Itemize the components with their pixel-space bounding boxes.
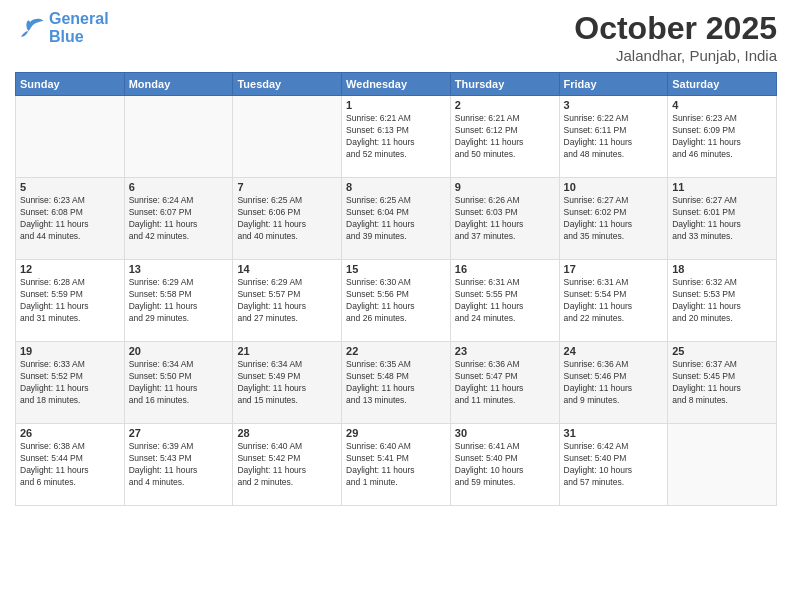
day-info: Sunrise: 6:36 AMSunset: 5:46 PMDaylight:… [564,359,664,407]
table-row: 14Sunrise: 6:29 AMSunset: 5:57 PMDayligh… [233,260,342,342]
col-monday: Monday [124,73,233,96]
day-info: Sunrise: 6:28 AMSunset: 5:59 PMDaylight:… [20,277,120,325]
day-number: 15 [346,263,446,275]
table-row: 30Sunrise: 6:41 AMSunset: 5:40 PMDayligh… [450,424,559,506]
day-info: Sunrise: 6:27 AMSunset: 6:01 PMDaylight:… [672,195,772,243]
col-friday: Friday [559,73,668,96]
table-row: 11Sunrise: 6:27 AMSunset: 6:01 PMDayligh… [668,178,777,260]
day-info: Sunrise: 6:31 AMSunset: 5:54 PMDaylight:… [564,277,664,325]
day-number: 13 [129,263,229,275]
table-row: 18Sunrise: 6:32 AMSunset: 5:53 PMDayligh… [668,260,777,342]
day-number: 28 [237,427,337,439]
table-row [668,424,777,506]
day-number: 8 [346,181,446,193]
table-row: 19Sunrise: 6:33 AMSunset: 5:52 PMDayligh… [16,342,125,424]
table-row: 6Sunrise: 6:24 AMSunset: 6:07 PMDaylight… [124,178,233,260]
day-info: Sunrise: 6:33 AMSunset: 5:52 PMDaylight:… [20,359,120,407]
day-number: 23 [455,345,555,357]
day-info: Sunrise: 6:21 AMSunset: 6:13 PMDaylight:… [346,113,446,161]
table-row: 17Sunrise: 6:31 AMSunset: 5:54 PMDayligh… [559,260,668,342]
day-number: 27 [129,427,229,439]
calendar-week-row: 12Sunrise: 6:28 AMSunset: 5:59 PMDayligh… [16,260,777,342]
day-number: 18 [672,263,772,275]
day-info: Sunrise: 6:36 AMSunset: 5:47 PMDaylight:… [455,359,555,407]
day-number: 3 [564,99,664,111]
calendar-subtitle: Jalandhar, Punjab, India [574,47,777,64]
day-info: Sunrise: 6:27 AMSunset: 6:02 PMDaylight:… [564,195,664,243]
day-info: Sunrise: 6:29 AMSunset: 5:58 PMDaylight:… [129,277,229,325]
day-info: Sunrise: 6:32 AMSunset: 5:53 PMDaylight:… [672,277,772,325]
day-number: 20 [129,345,229,357]
table-row: 9Sunrise: 6:26 AMSunset: 6:03 PMDaylight… [450,178,559,260]
day-info: Sunrise: 6:25 AMSunset: 6:04 PMDaylight:… [346,195,446,243]
day-number: 4 [672,99,772,111]
col-saturday: Saturday [668,73,777,96]
table-row [124,96,233,178]
table-row: 27Sunrise: 6:39 AMSunset: 5:43 PMDayligh… [124,424,233,506]
calendar-week-row: 19Sunrise: 6:33 AMSunset: 5:52 PMDayligh… [16,342,777,424]
table-row: 22Sunrise: 6:35 AMSunset: 5:48 PMDayligh… [342,342,451,424]
table-row: 31Sunrise: 6:42 AMSunset: 5:40 PMDayligh… [559,424,668,506]
table-row: 3Sunrise: 6:22 AMSunset: 6:11 PMDaylight… [559,96,668,178]
day-info: Sunrise: 6:41 AMSunset: 5:40 PMDaylight:… [455,441,555,489]
day-info: Sunrise: 6:21 AMSunset: 6:12 PMDaylight:… [455,113,555,161]
day-number: 19 [20,345,120,357]
day-number: 30 [455,427,555,439]
day-number: 14 [237,263,337,275]
day-number: 31 [564,427,664,439]
day-number: 26 [20,427,120,439]
col-sunday: Sunday [16,73,125,96]
table-row: 25Sunrise: 6:37 AMSunset: 5:45 PMDayligh… [668,342,777,424]
calendar-title: October 2025 [574,10,777,47]
day-info: Sunrise: 6:31 AMSunset: 5:55 PMDaylight:… [455,277,555,325]
day-number: 16 [455,263,555,275]
table-row: 21Sunrise: 6:34 AMSunset: 5:49 PMDayligh… [233,342,342,424]
table-row: 10Sunrise: 6:27 AMSunset: 6:02 PMDayligh… [559,178,668,260]
table-row [233,96,342,178]
day-number: 1 [346,99,446,111]
table-row: 28Sunrise: 6:40 AMSunset: 5:42 PMDayligh… [233,424,342,506]
table-row: 23Sunrise: 6:36 AMSunset: 5:47 PMDayligh… [450,342,559,424]
day-number: 2 [455,99,555,111]
day-info: Sunrise: 6:24 AMSunset: 6:07 PMDaylight:… [129,195,229,243]
table-row: 2Sunrise: 6:21 AMSunset: 6:12 PMDaylight… [450,96,559,178]
header-row: Sunday Monday Tuesday Wednesday Thursday… [16,73,777,96]
title-block: October 2025 Jalandhar, Punjab, India [574,10,777,64]
logo: General Blue [15,10,109,45]
table-row: 1Sunrise: 6:21 AMSunset: 6:13 PMDaylight… [342,96,451,178]
day-number: 22 [346,345,446,357]
table-row: 13Sunrise: 6:29 AMSunset: 5:58 PMDayligh… [124,260,233,342]
day-number: 17 [564,263,664,275]
table-row: 7Sunrise: 6:25 AMSunset: 6:06 PMDaylight… [233,178,342,260]
day-info: Sunrise: 6:30 AMSunset: 5:56 PMDaylight:… [346,277,446,325]
day-info: Sunrise: 6:40 AMSunset: 5:42 PMDaylight:… [237,441,337,489]
calendar-week-row: 1Sunrise: 6:21 AMSunset: 6:13 PMDaylight… [16,96,777,178]
table-row: 5Sunrise: 6:23 AMSunset: 6:08 PMDaylight… [16,178,125,260]
day-number: 9 [455,181,555,193]
day-info: Sunrise: 6:34 AMSunset: 5:50 PMDaylight:… [129,359,229,407]
table-row: 8Sunrise: 6:25 AMSunset: 6:04 PMDaylight… [342,178,451,260]
day-info: Sunrise: 6:40 AMSunset: 5:41 PMDaylight:… [346,441,446,489]
day-info: Sunrise: 6:37 AMSunset: 5:45 PMDaylight:… [672,359,772,407]
col-tuesday: Tuesday [233,73,342,96]
day-number: 11 [672,181,772,193]
day-info: Sunrise: 6:39 AMSunset: 5:43 PMDaylight:… [129,441,229,489]
table-row: 16Sunrise: 6:31 AMSunset: 5:55 PMDayligh… [450,260,559,342]
day-info: Sunrise: 6:34 AMSunset: 5:49 PMDaylight:… [237,359,337,407]
day-info: Sunrise: 6:23 AMSunset: 6:09 PMDaylight:… [672,113,772,161]
day-info: Sunrise: 6:26 AMSunset: 6:03 PMDaylight:… [455,195,555,243]
table-row: 15Sunrise: 6:30 AMSunset: 5:56 PMDayligh… [342,260,451,342]
day-info: Sunrise: 6:23 AMSunset: 6:08 PMDaylight:… [20,195,120,243]
header: General Blue October 2025 Jalandhar, Pun… [15,10,777,64]
day-number: 10 [564,181,664,193]
calendar-week-row: 5Sunrise: 6:23 AMSunset: 6:08 PMDaylight… [16,178,777,260]
day-number: 5 [20,181,120,193]
day-number: 21 [237,345,337,357]
table-row: 4Sunrise: 6:23 AMSunset: 6:09 PMDaylight… [668,96,777,178]
day-number: 7 [237,181,337,193]
day-number: 29 [346,427,446,439]
day-info: Sunrise: 6:25 AMSunset: 6:06 PMDaylight:… [237,195,337,243]
day-number: 24 [564,345,664,357]
day-info: Sunrise: 6:42 AMSunset: 5:40 PMDaylight:… [564,441,664,489]
calendar-table: Sunday Monday Tuesday Wednesday Thursday… [15,72,777,506]
